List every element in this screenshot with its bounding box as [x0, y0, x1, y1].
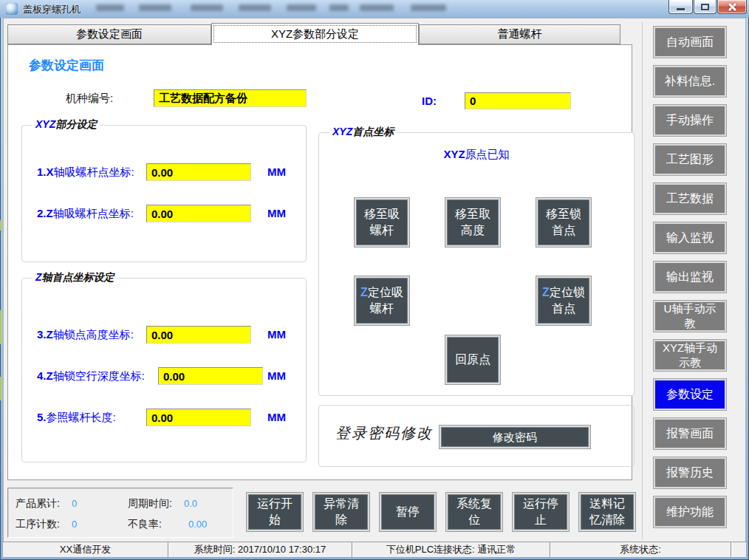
redacted-titlebar-item	[191, 4, 223, 11]
sidebar-item-label: 工艺图形	[666, 152, 714, 167]
sidebar-item-refill-info[interactable]: 补料信息.	[653, 65, 727, 98]
sidebar-item-label: 输出监视	[666, 270, 714, 284]
sidebar-item-xyz-axis-teach[interactable]: XYZ轴手动 示教	[653, 339, 727, 372]
sidebar-item-alarm-history[interactable]: 报警历史	[653, 457, 727, 489]
tab-parameter-screen[interactable]: 参数设定画面	[7, 24, 211, 44]
group-title-prefix: XYZ	[332, 126, 352, 137]
button-label: 运行开 始	[257, 496, 293, 528]
defect-rate-value: 0.00	[188, 519, 207, 530]
app-icon	[6, 3, 18, 15]
sidebar-item-output-monitor[interactable]: 输出监视	[653, 261, 727, 293]
feed-memory-clear-button[interactable]: 送料记 忆清除	[578, 492, 636, 532]
sidebar-item-process-data[interactable]: 工艺数据	[653, 182, 727, 215]
unit-label: MM	[267, 163, 286, 181]
z-suction-coord-label: 2.Z轴吸螺杆点坐标:	[37, 205, 134, 222]
process-count-label: 工序计数:	[16, 518, 60, 531]
sidebar-item-label: 输入监视	[666, 231, 714, 245]
model-number-input[interactable]	[154, 89, 307, 107]
sidebar-item-alarm-screen[interactable]: 报警画面	[653, 417, 727, 450]
redacted-titlebar-item	[411, 4, 446, 11]
sidebar-item-label: 手动操作	[666, 113, 714, 128]
group-title-rest: 部分设定	[55, 118, 97, 130]
button-label: 回原点	[455, 352, 490, 368]
z-lock-idle-depth-input[interactable]	[158, 367, 263, 385]
change-password-button[interactable]: 修改密码	[439, 425, 591, 449]
move-to-pick-height-button[interactable]: 移至取 高度	[445, 197, 501, 247]
close-icon	[728, 2, 736, 11]
ref-screw-length-input[interactable]	[146, 409, 251, 426]
maximize-button[interactable]	[694, 0, 716, 14]
sidebar-item-auto-screen[interactable]: 自动画面	[653, 26, 727, 58]
z-suction-coord-input[interactable]	[146, 205, 251, 222]
label-text: 参照螺杆长度:	[47, 411, 116, 423]
defect-rate-label: 不良率:	[128, 518, 162, 531]
button-label: 暂停	[396, 504, 420, 520]
tab-xyz-parameter[interactable]: XYZ参数部分设定	[211, 23, 419, 45]
z-lock-height-label: 3.Z轴锁点高度坐标:	[37, 326, 134, 344]
sidebar-item-input-monitor[interactable]: 输入监视	[653, 222, 727, 254]
status-text: 原点已知	[465, 148, 510, 160]
label-text: 轴锁点高度坐标:	[53, 328, 134, 341]
desktop-edge-sliver	[0, 377, 2, 400]
move-to-suction-button[interactable]: 移至吸 螺杆	[354, 197, 410, 247]
button-label: Z定位吸 螺杆	[360, 284, 403, 317]
product-total-label: 产品累计:	[16, 497, 60, 511]
button-label: 系统复 位	[456, 496, 492, 528]
redacted-titlebar-item	[139, 4, 171, 11]
id-input[interactable]	[465, 92, 571, 109]
x-suction-coord-input[interactable]	[146, 163, 251, 181]
tab-label: XYZ参数部分设定	[271, 27, 359, 41]
run-stop-button[interactable]: 运行停 止	[512, 492, 570, 532]
minimize-button[interactable]	[668, 0, 693, 14]
z-position-suction-button[interactable]: Z定位吸 螺杆	[354, 276, 410, 326]
button-label-text: 定位锁 首点	[550, 286, 585, 315]
pause-button[interactable]: 暂停	[379, 492, 437, 532]
tab-normal-screw[interactable]: 普通螺杆	[419, 24, 620, 44]
error-clear-button[interactable]: 异常清 除	[312, 492, 370, 532]
label-prefix: 1.X	[37, 165, 54, 178]
z-lock-height-input[interactable]	[146, 326, 251, 344]
sidebar-item-u-axis-teach[interactable]: U轴手动示 教	[653, 300, 727, 332]
unit-label: MM	[267, 409, 286, 426]
label-text: 轴吸螺杆点坐标:	[54, 165, 134, 178]
button-label-prefix: Z	[542, 286, 550, 298]
model-number-label: 机种编号:	[66, 89, 113, 107]
origin-known-status: XYZ原点已知	[319, 148, 634, 162]
button-label: 送料记 忆清除	[589, 496, 625, 528]
button-label: 移至取 高度	[455, 206, 490, 239]
z-position-lock-button[interactable]: Z定位锁 首点	[536, 276, 592, 326]
z-first-point-group: Z轴首点坐标设定 3.Z轴锁点高度坐标: MM 4.Z轴锁空行深度坐标: MM …	[21, 278, 307, 462]
id-label: ID:	[422, 92, 437, 110]
redacted-titlebar-item	[239, 4, 271, 11]
status-vendor: XX通信开发	[3, 542, 168, 557]
title-bar[interactable]: 盖板穿螺孔机	[0, 0, 749, 18]
minimize-icon	[677, 8, 685, 10]
xyz-section-group: XYZ部分设定 1.X轴吸螺杆点坐标: MM 2.Z轴吸螺杆点坐标: MM	[21, 125, 307, 262]
maximize-icon	[701, 4, 709, 10]
button-label-text: 定位吸 螺杆	[368, 286, 403, 315]
redacted-titlebar-item	[96, 4, 124, 11]
sidebar-item-parameter-setting[interactable]: 参数设定	[653, 378, 727, 411]
button-label: 异常清 除	[324, 496, 359, 528]
group-title: XYZ首点坐标	[329, 126, 397, 139]
unit-label: MM	[267, 205, 286, 222]
sidebar-item-label: 补料信息.	[665, 74, 715, 89]
main-panel: 参数设定画面 机种编号: ID: XYZ部分设定 1.X轴吸螺杆点坐标: MM …	[7, 44, 632, 480]
run-start-button[interactable]: 运行开 始	[246, 492, 304, 532]
close-button[interactable]	[717, 0, 747, 14]
button-label-prefix: Z	[360, 286, 368, 298]
ref-screw-length-label: 5.参照螺杆长度:	[37, 409, 116, 426]
sidebar-item-manual-operation[interactable]: 手动操作	[653, 104, 727, 137]
sidebar-item-label: 参数设定	[666, 387, 714, 402]
group-title: Z轴首点坐标设定	[33, 271, 117, 284]
button-label: 修改密码	[493, 429, 537, 445]
move-to-lock-point-button[interactable]: 移至锁 首点	[536, 197, 592, 247]
sidebar-item-process-graphic[interactable]: 工艺图形	[653, 143, 727, 176]
system-reset-button[interactable]: 系统复 位	[445, 492, 503, 532]
status-endcap	[731, 542, 746, 557]
xyz-first-point-group: XYZ首点坐标 XYZ原点已知 移至吸 螺杆 移至取 高度 移至锁 首点 Z定位…	[318, 132, 635, 396]
redacted-titlebar-item	[287, 4, 316, 11]
button-label: 移至锁 首点	[546, 206, 581, 239]
return-origin-button[interactable]: 回原点	[445, 335, 501, 385]
sidebar-item-maintenance[interactable]: 维护功能	[653, 496, 727, 528]
